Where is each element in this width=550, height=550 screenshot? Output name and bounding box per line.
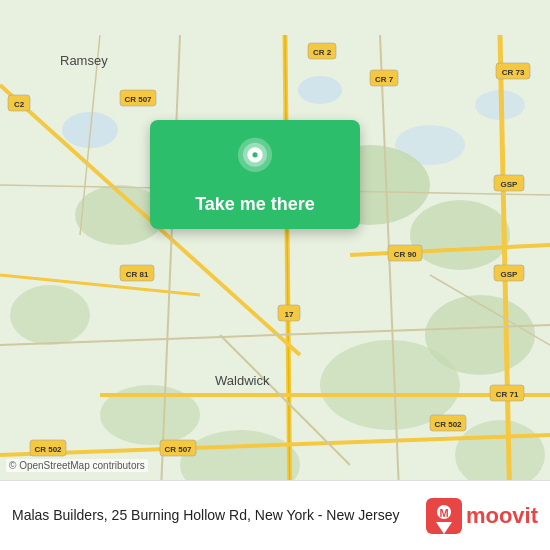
svg-text:GSP: GSP: [501, 270, 519, 279]
svg-text:CR 502: CR 502: [34, 445, 62, 454]
svg-text:CR 507: CR 507: [124, 95, 152, 104]
address-info: Malas Builders, 25 Burning Hollow Rd, Ne…: [12, 506, 426, 526]
svg-text:Ramsey: Ramsey: [60, 53, 108, 68]
copyright-text: © OpenStreetMap contributors: [6, 459, 148, 472]
take-me-button[interactable]: Take me there: [195, 194, 315, 215]
take-me-card[interactable]: Take me there: [150, 120, 360, 229]
svg-text:C2: C2: [14, 100, 25, 109]
svg-point-8: [10, 285, 90, 345]
svg-text:CR 7: CR 7: [375, 75, 394, 84]
svg-text:CR 502: CR 502: [434, 420, 462, 429]
svg-point-64: [252, 152, 257, 157]
svg-text:CR 71: CR 71: [496, 390, 519, 399]
svg-text:M: M: [439, 507, 448, 519]
moovit-brand-text: moovit: [466, 503, 538, 529]
info-bar: Malas Builders, 25 Burning Hollow Rd, Ne…: [0, 480, 550, 550]
svg-text:CR 81: CR 81: [126, 270, 149, 279]
map-container: 17 17 GSP GSP CR 81 CR 90 CR 502 CR 507 …: [0, 0, 550, 550]
svg-text:Waldwick: Waldwick: [215, 373, 270, 388]
svg-point-2: [298, 76, 342, 104]
svg-text:GSP: GSP: [501, 180, 519, 189]
svg-text:17: 17: [285, 310, 294, 319]
svg-text:CR 73: CR 73: [502, 68, 525, 77]
svg-text:CR 90: CR 90: [394, 250, 417, 259]
address-line: Malas Builders, 25 Burning Hollow Rd, Ne…: [12, 507, 400, 523]
svg-text:CR 507: CR 507: [164, 445, 192, 454]
moovit-logo: M moovit: [426, 498, 538, 534]
moovit-icon: M: [426, 498, 462, 534]
svg-text:CR 2: CR 2: [313, 48, 332, 57]
location-pin-icon: [231, 136, 279, 184]
svg-point-6: [410, 200, 510, 270]
